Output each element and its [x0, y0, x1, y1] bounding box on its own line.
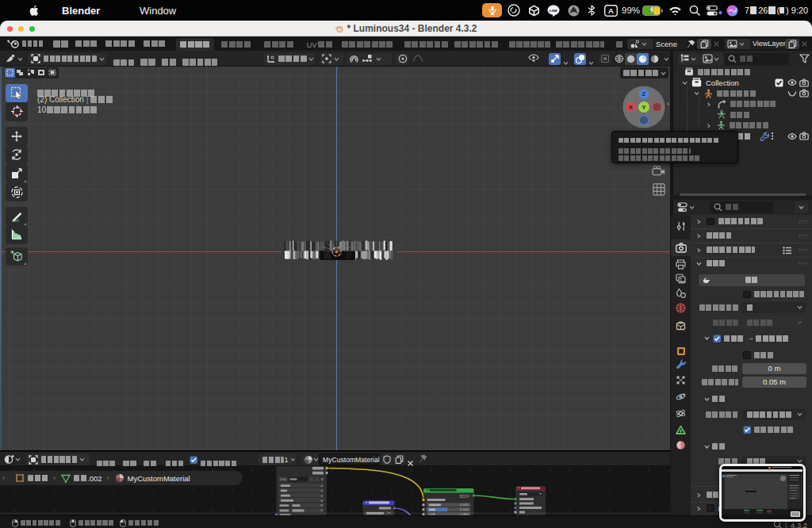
svg-text:0.000: 0.000	[460, 503, 469, 507]
svg-text:X: X	[629, 104, 634, 111]
svg-text:LINE: LINE	[550, 8, 557, 12]
svg-text:Y: Y	[642, 104, 646, 111]
svg-text:A: A	[608, 6, 614, 15]
svg-text:BSDF: BSDF	[460, 495, 469, 499]
svg-text:Z: Z	[642, 90, 646, 98]
